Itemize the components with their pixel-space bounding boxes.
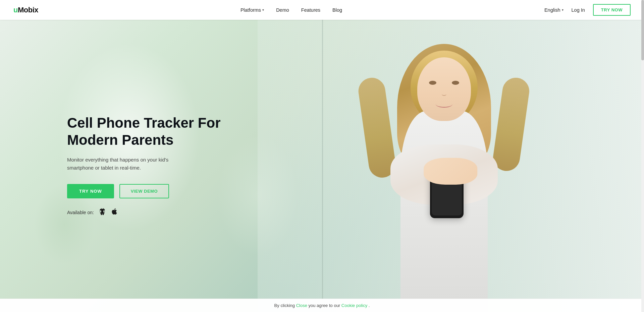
hero-try-now-button[interactable]: TRY NOW	[67, 184, 114, 198]
available-on: Available on:	[67, 208, 221, 217]
navbar: uMobix Platforms ▾ Demo Features Blog En…	[0, 0, 644, 20]
hero-content: Cell Phone Tracker For Modern Parents Mo…	[0, 115, 221, 217]
nav-blog[interactable]: Blog	[332, 7, 342, 13]
hero-section: Cell Phone Tracker For Modern Parents Mo…	[0, 20, 644, 312]
android-icon	[99, 208, 106, 217]
cookie-bar: By clicking Close you agree to our Cooki…	[0, 299, 644, 312]
woman-face	[417, 57, 471, 121]
hero-view-demo-button[interactable]: VIEW DEMO	[119, 184, 169, 198]
hero-buttons: TRY NOW VIEW DEMO	[67, 184, 221, 198]
scrollbar-thumb[interactable]	[641, 0, 644, 60]
nav-login[interactable]: Log In	[572, 7, 585, 13]
platforms-chevron-icon: ▾	[262, 8, 264, 12]
logo[interactable]: uMobix	[13, 6, 38, 14]
nav-right: English ▾ Log In TRY NOW	[544, 4, 631, 16]
nav-try-now-button[interactable]: TRY NOW	[593, 4, 631, 16]
hero-title: Cell Phone Tracker For Modern Parents	[67, 115, 221, 148]
cookie-policy-link[interactable]: Cookie policy	[341, 303, 367, 308]
scrollbar[interactable]	[641, 0, 644, 312]
woman-hands	[424, 158, 477, 185]
cookie-close-link[interactable]: Close	[296, 303, 307, 308]
nav-features[interactable]: Features	[301, 7, 320, 13]
nav-language-selector[interactable]: English ▾	[544, 7, 564, 13]
apple-icon	[111, 208, 118, 217]
nav-platforms[interactable]: Platforms ▾	[240, 7, 264, 13]
hero-person-area	[258, 20, 644, 312]
person-graphic	[347, 37, 541, 312]
nav-links: Platforms ▾ Demo Features Blog	[240, 7, 342, 13]
nav-demo[interactable]: Demo	[276, 7, 289, 13]
hero-subtitle: Monitor everything that happens on your …	[67, 156, 195, 172]
language-chevron-icon: ▾	[562, 8, 564, 12]
